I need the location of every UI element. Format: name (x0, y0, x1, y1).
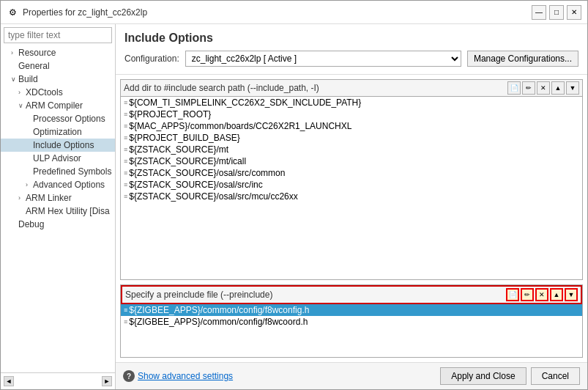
file-icon: ≡ (124, 111, 127, 118)
top-panel-title: Add dir to #include search path (--inclu… (124, 83, 319, 93)
arrow-optimization (26, 128, 33, 136)
footer-left: ? Show advanced settings (123, 370, 233, 382)
list-item[interactable]: ≡ ${MAC_APPS}/common/boards/CC26X2R1_LAU… (121, 120, 582, 132)
sidebar-item-arm-compiler[interactable]: ∨ ARM Compiler (1, 99, 115, 112)
manage-configurations-button[interactable]: Manage Configurations... (467, 51, 578, 67)
show-advanced-settings-link[interactable]: Show advanced settings (138, 371, 233, 381)
file-icon: ≡ (124, 193, 127, 200)
minimize-button[interactable]: — (532, 5, 546, 20)
arrow-build: ∨ (11, 76, 18, 83)
item-text: ${PROJECT_ROOT} (129, 109, 211, 119)
sidebar-item-resource[interactable]: › Resource (1, 46, 115, 59)
scroll-right-button[interactable]: ► (102, 376, 112, 386)
config-label: Configuration: (124, 54, 179, 64)
item-text: ${ZIGBEE_APPS}/common/config/f8wconfig.h (129, 305, 309, 315)
item-text: ${COM_TI_SIMPLELINK_CC26X2_SDK_INCLUDE_P… (129, 98, 361, 108)
list-item[interactable]: ≡ ${PROJECT_BUILD_BASE} (121, 132, 582, 144)
sidebar-item-optimization[interactable]: Optimization (1, 125, 115, 139)
item-text: ${ZSTACK_SOURCE}/mt (129, 144, 228, 155)
content-area: Include Options Configuration: zc_light_… (116, 24, 587, 389)
bottom-panel-title: Specify a preinclude file (--preinclude) (125, 290, 272, 300)
item-text: ${ZSTACK_SOURCE}/osal/src/inc (129, 180, 263, 190)
sidebar-label-advanced-options: Advanced Options (33, 180, 105, 190)
list-item[interactable]: ≡ ${ZIGBEE_APPS}/common/config/f8wcoord.… (121, 316, 582, 328)
list-item[interactable]: ≡ ${ZSTACK_SOURCE}/osal/src/common (121, 167, 582, 179)
top-panel: Add dir to #include search path (--inclu… (120, 79, 583, 280)
file-icon: ≡ (124, 169, 127, 177)
list-item[interactable]: ≡ ${ZSTACK_SOURCE}/mt/icall (121, 155, 582, 167)
file-icon: ≡ (124, 122, 127, 130)
sidebar-label-predefined-symbols: Predefined Symbols (33, 166, 111, 177)
sidebar-item-predefined-symbols[interactable]: Predefined Symbols (1, 165, 115, 178)
bottom-delete-button[interactable]: ✕ (535, 288, 548, 301)
footer: ? Show advanced settings Apply and Close… (116, 362, 587, 389)
bottom-down-button[interactable]: ▼ (565, 288, 578, 301)
file-icon: ≡ (124, 134, 127, 141)
item-text: ${ZSTACK_SOURCE}/osal/src/mcu/cc26xx (129, 191, 298, 202)
sidebar-item-ulp-advisor[interactable]: ULP Advisor (1, 152, 115, 165)
apply-and-close-button[interactable]: Apply and Close (440, 367, 526, 385)
sidebar-item-xdctools[interactable]: › XDCtools (1, 86, 115, 99)
sidebar: › Resource General ∨ Build › XDCtools ∨ (1, 24, 116, 389)
bottom-panel-header: Specify a preinclude file (--preinclude)… (121, 285, 582, 304)
sidebar-label-arm-compiler: ARM Compiler (26, 100, 83, 111)
main-body: › Resource General ∨ Build › XDCtools ∨ (1, 24, 587, 389)
sidebar-item-debug[interactable]: Debug (1, 218, 115, 231)
main-window: ⚙ Properties for zc_light_cc26x2lp — □ ✕… (0, 0, 588, 390)
list-item[interactable]: ≡ ${ZSTACK_SOURCE}/osal/src/inc (121, 179, 582, 191)
sidebar-label-ulp-advisor: ULP Advisor (33, 153, 81, 163)
list-item[interactable]: ≡ ${COM_TI_SIMPLELINK_CC26X2_SDK_INCLUDE… (121, 97, 582, 108)
file-icon: ≡ (124, 99, 127, 106)
list-item[interactable]: ≡ ${PROJECT_ROOT} (121, 108, 582, 120)
close-button[interactable]: ✕ (567, 5, 581, 20)
list-item[interactable]: ≡ ${ZSTACK_SOURCE}/osal/src/mcu/cc26xx (121, 191, 582, 202)
top-panel-header: Add dir to #include search path (--inclu… (121, 80, 582, 97)
top-up-button[interactable]: ▲ (551, 81, 565, 95)
sidebar-label-xdctools: XDCtools (26, 87, 63, 98)
sidebar-item-processor-options[interactable]: Processor Options (1, 112, 115, 125)
sidebar-item-build[interactable]: ∨ Build (1, 73, 115, 86)
arrow-general (11, 62, 18, 70)
window-title: Properties for zc_light_cc26x2lp (23, 7, 527, 18)
top-delete-button[interactable]: ✕ (537, 81, 550, 95)
bottom-panel: Specify a preinclude file (--preinclude)… (120, 284, 583, 358)
bottom-add-button[interactable]: 📄 (506, 288, 519, 301)
maximize-button[interactable]: □ (549, 5, 564, 20)
arrow-advanced-options: › (26, 181, 33, 188)
sidebar-label-resource: Resource (18, 48, 56, 58)
sidebar-item-include-options[interactable]: Include Options (1, 139, 115, 152)
list-item[interactable]: ≡ ${ZSTACK_SOURCE}/mt (121, 144, 582, 155)
sidebar-item-arm-hex[interactable]: ARM Hex Utility [Disa (1, 205, 115, 218)
file-icon: ≡ (124, 158, 127, 165)
sidebar-label-optimization: Optimization (33, 127, 82, 137)
top-add-button[interactable]: 📄 (507, 81, 521, 95)
sidebar-label-processor-options: Processor Options (33, 114, 105, 124)
file-icon: ≡ (124, 146, 127, 153)
file-icon: ≡ (124, 181, 127, 188)
top-panel-list[interactable]: ≡ ${COM_TI_SIMPLELINK_CC26X2_SDK_INCLUDE… (121, 97, 582, 279)
arrow-ulp-advisor (26, 155, 33, 162)
tree: › Resource General ∨ Build › XDCtools ∨ (1, 46, 115, 372)
top-edit-button[interactable]: ✏ (522, 81, 535, 95)
content-title: Include Options (124, 32, 578, 45)
sidebar-label-general: General (18, 61, 50, 71)
sidebar-item-general[interactable]: General (1, 59, 115, 73)
config-select[interactable]: zc_light_cc26x2lp [ Active ] (185, 51, 461, 67)
sidebar-item-arm-linker[interactable]: › ARM Linker (1, 191, 115, 205)
list-item[interactable]: ≡ ${ZIGBEE_APPS}/common/config/f8wconfig… (121, 304, 582, 316)
sidebar-item-advanced-options[interactable]: › Advanced Options (1, 178, 115, 191)
title-bar: ⚙ Properties for zc_light_cc26x2lp — □ ✕ (1, 1, 587, 24)
arrow-debug (11, 221, 18, 228)
item-text: ${ZIGBEE_APPS}/common/config/f8wcoord.h (129, 317, 308, 327)
panels-container: Add dir to #include search path (--inclu… (116, 75, 587, 362)
top-down-button[interactable]: ▼ (566, 81, 579, 95)
filter-input[interactable] (4, 27, 112, 43)
bottom-edit-button[interactable]: ✏ (521, 288, 534, 301)
scroll-left-button[interactable]: ◄ (4, 376, 14, 386)
cancel-button[interactable]: Cancel (531, 367, 580, 385)
item-text: ${ZSTACK_SOURCE}/mt/icall (129, 156, 246, 166)
bottom-up-button[interactable]: ▲ (550, 288, 563, 301)
bottom-panel-list[interactable]: ≡ ${ZIGBEE_APPS}/common/config/f8wconfig… (121, 304, 582, 357)
arrow-arm-compiler: ∨ (18, 102, 26, 109)
window-controls: — □ ✕ (532, 5, 581, 20)
